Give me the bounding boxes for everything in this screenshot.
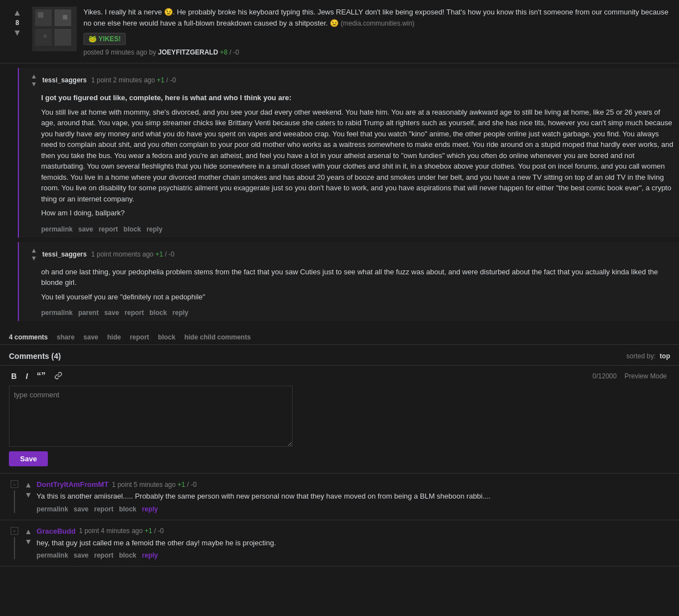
tc1-collapse[interactable]: - xyxy=(11,480,18,488)
nc2-author[interactable]: tessi_saggers xyxy=(42,250,87,258)
tc2-reply[interactable]: reply xyxy=(142,551,158,559)
tc1-block[interactable]: block xyxy=(119,505,136,513)
hide-child-comments-link[interactable]: hide child comments xyxy=(184,333,250,341)
save-link[interactable]: save xyxy=(83,333,98,341)
tc2-upvote[interactable]: ▲ xyxy=(24,527,32,536)
tc1-left: - xyxy=(9,480,20,513)
yikes-badge: 🐸 YIKES! xyxy=(83,33,126,45)
tc2-block[interactable]: block xyxy=(119,551,136,559)
nc2-actions: permalink parent save report block reply xyxy=(26,307,679,321)
svg-rect-4 xyxy=(54,29,71,46)
vote-count: 8 xyxy=(16,19,19,27)
comment-header-2: ▲ ▼ tessi_saggers 1 point moments ago +1… xyxy=(26,242,679,264)
nested-comments-container: ▲ ▼ tessi_saggers 1 point 2 minutes ago … xyxy=(0,68,679,330)
nc1-meta: 1 point 2 minutes ago +1 / -0 xyxy=(91,76,176,84)
quote-button[interactable]: “” xyxy=(34,370,48,382)
top-comments: - ▲ ▼ DontTryItAmFromMT 1 point 5 minute… xyxy=(0,474,679,566)
nc2-save[interactable]: save xyxy=(104,309,119,317)
post-text: Yikes. I really hit a nerve 😉. He probab… xyxy=(83,7,670,28)
tc2-report[interactable]: report xyxy=(94,551,113,559)
top-comment: - ▲ ▼ DontTryItAmFromMT 1 point 5 minute… xyxy=(0,474,679,520)
main-post: ▲ 8 ▼ Yikes. I really hit a nerve 😉. He … xyxy=(0,0,679,63)
nc2-permalink[interactable]: permalink xyxy=(41,309,73,317)
italic-button[interactable]: I xyxy=(23,371,30,382)
report-link[interactable]: report xyxy=(130,333,149,341)
nc1-permalink[interactable]: permalink xyxy=(41,225,73,233)
post-meta: posted 9 minutes ago by JOEYFITZGERALD +… xyxy=(83,48,670,56)
nc1-actions: permalink save report block reply xyxy=(26,223,679,238)
svg-rect-6 xyxy=(63,15,67,19)
block-link[interactable]: block xyxy=(158,333,175,341)
post-actions-bar: 4 comments share save hide report block … xyxy=(0,330,679,345)
tc1-meta: 1 point 5 minutes ago +1 / -0 xyxy=(112,481,196,489)
vote-column: ▲ 8 ▼ xyxy=(9,7,26,39)
tc2-header: GraceBudd 1 point 4 minutes ago +1 / -0 xyxy=(37,527,670,535)
tc1-indicator xyxy=(14,490,15,513)
sort-mode-link[interactable]: top xyxy=(660,352,670,360)
nc1-upvote[interactable]: ▲ xyxy=(30,72,38,80)
tc2-author[interactable]: GraceBudd xyxy=(37,527,76,535)
upvote-button[interactable]: ▲ xyxy=(12,7,23,19)
comment-textarea[interactable] xyxy=(9,386,293,447)
tc1-author[interactable]: DontTryItAmFromMT xyxy=(37,480,108,489)
comments-count-link[interactable]: 4 comments xyxy=(9,333,48,341)
nested-comment: ▲ ▼ tessi_saggers 1 point 2 minutes ago … xyxy=(18,68,679,238)
link-button[interactable] xyxy=(52,371,65,382)
sorted-by: sorted by: top xyxy=(626,352,670,360)
tc2-vote: ▲ ▼ xyxy=(24,527,32,560)
nc1-author[interactable]: tessi_saggers xyxy=(42,76,87,84)
nc2-report[interactable]: report xyxy=(125,309,144,317)
tc1-report[interactable]: report xyxy=(94,505,113,513)
tc1-save[interactable]: save xyxy=(74,505,89,513)
tc1-vote: ▲ ▼ xyxy=(24,480,32,513)
preview-mode-button[interactable]: Preview Mode xyxy=(621,371,670,381)
save-comment-button[interactable]: Save xyxy=(9,451,48,466)
post-author[interactable]: JOEYFITZGERALD xyxy=(158,48,218,56)
tc2-save[interactable]: save xyxy=(74,551,89,559)
tc1-header: DontTryItAmFromMT 1 point 5 minutes ago … xyxy=(37,480,670,489)
vote-mini: ▲ ▼ xyxy=(30,72,38,88)
nc1-downvote[interactable]: ▼ xyxy=(30,80,38,88)
nc2-reply[interactable]: reply xyxy=(172,309,189,317)
nc1-reply[interactable]: reply xyxy=(146,225,162,233)
nc1-body: I got you figured out like, complete, he… xyxy=(26,90,679,223)
tc2-actions: permalink save report block reply xyxy=(37,551,670,559)
tc1-permalink[interactable]: permalink xyxy=(37,505,68,513)
tc1-reply[interactable]: reply xyxy=(142,505,158,513)
comment-section-title: Comments (4) xyxy=(9,352,61,361)
tc2-indicator xyxy=(14,537,15,560)
comment-section-header: Comments (4) sorted by: top xyxy=(0,345,679,366)
share-link[interactable]: share xyxy=(57,333,75,341)
vote-mini-2: ▲ ▼ xyxy=(30,247,38,262)
nc1-report[interactable]: report xyxy=(98,225,118,233)
nc2-meta: 1 point moments ago +1 / -0 xyxy=(91,250,175,258)
tc2-left: - xyxy=(9,527,20,560)
tc2-downvote[interactable]: ▼ xyxy=(24,537,32,546)
nc2-body: oh and one last thing, your pedophelia p… xyxy=(26,264,679,307)
tc2-collapse[interactable]: - xyxy=(11,527,18,535)
comment-editor: B I “” 0/12000 Preview Mode Save xyxy=(0,366,679,474)
tc2-meta: 1 point 4 minutes ago +1 / -0 xyxy=(79,527,163,535)
top-comment: - ▲ ▼ GraceBudd 1 point 4 minutes ago +1… xyxy=(0,520,679,567)
tc2-body: hey, that guy just called me a femoid th… xyxy=(37,538,670,549)
nc2-downvote[interactable]: ▼ xyxy=(30,254,38,262)
svg-rect-7 xyxy=(43,35,47,38)
nc2-parent[interactable]: parent xyxy=(78,309,99,317)
tc1-content: DontTryItAmFromMT 1 point 5 minutes ago … xyxy=(37,480,670,513)
tc1-upvote[interactable]: ▲ xyxy=(24,480,32,489)
nc2-upvote[interactable]: ▲ xyxy=(30,247,38,254)
hide-link[interactable]: hide xyxy=(107,333,121,341)
tc1-body: Ya this is another amiisrael..... Probab… xyxy=(37,491,670,502)
nc1-block[interactable]: block xyxy=(123,225,141,233)
bold-button[interactable]: B xyxy=(9,371,19,382)
nc2-block[interactable]: block xyxy=(150,309,167,317)
svg-rect-5 xyxy=(38,12,43,18)
domain: (media.communities.win) xyxy=(341,19,415,27)
tc1-downvote[interactable]: ▼ xyxy=(24,490,32,499)
post-content: Yikes. I really hit a nerve 😉. He probab… xyxy=(83,7,670,56)
tc1-actions: permalink save report block reply xyxy=(37,505,670,513)
nc1-save[interactable]: save xyxy=(78,225,93,233)
downvote-button[interactable]: ▼ xyxy=(12,27,23,39)
nested-comment: ▲ ▼ tessi_saggers 1 point moments ago +1… xyxy=(18,242,679,322)
tc2-permalink[interactable]: permalink xyxy=(37,551,68,559)
